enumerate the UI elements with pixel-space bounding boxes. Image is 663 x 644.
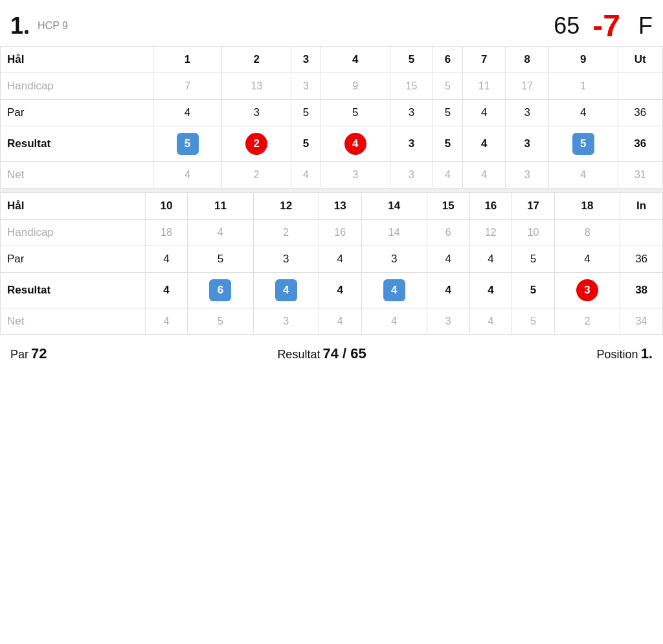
par-cell-9: 36 bbox=[620, 246, 663, 273]
par-label: Par bbox=[1, 100, 153, 126]
hole-number-7: 7 bbox=[462, 47, 505, 73]
resultat-cell-4: 4 bbox=[361, 273, 427, 308]
hole-number-4: 4 bbox=[320, 47, 390, 73]
footer-par-value: 72 bbox=[31, 345, 47, 362]
net-cell-8: 4 bbox=[548, 162, 618, 189]
net-label: Net bbox=[1, 308, 146, 335]
hole-number-18: 18 bbox=[554, 193, 620, 220]
hole-number-3: 3 bbox=[291, 47, 321, 73]
hole-number-12: 12 bbox=[253, 193, 319, 220]
par-cell-5: 5 bbox=[433, 100, 463, 126]
handicap-cell-9 bbox=[620, 220, 663, 246]
footer: Par 72 Resultat 74 / 65 Position 1. bbox=[0, 335, 663, 373]
net-cell-4: 4 bbox=[361, 308, 427, 335]
par-cell-2: 3 bbox=[253, 246, 319, 273]
par-cell-3: 5 bbox=[320, 100, 390, 126]
handicap-cell-4: 15 bbox=[390, 73, 433, 100]
handicap-cell-4: 14 bbox=[361, 220, 427, 246]
footer-par-label: Par bbox=[10, 348, 28, 362]
resultat-cell-7: 5 bbox=[512, 273, 555, 308]
hcp: HCP 9 bbox=[38, 20, 546, 32]
hole-number-15: 15 bbox=[427, 193, 469, 220]
net-cell-2: 4 bbox=[291, 162, 321, 189]
net-cell-5: 3 bbox=[427, 308, 469, 335]
resultat-cell-6: 4 bbox=[462, 126, 505, 162]
resultat-label: Resultat bbox=[1, 273, 146, 308]
resultat-label: Resultat bbox=[1, 126, 153, 162]
net-cell-1: 5 bbox=[188, 308, 253, 335]
par-cell-6: 4 bbox=[469, 246, 512, 273]
par-cell-4: 3 bbox=[361, 246, 427, 273]
footer-resultat-label: Resultat bbox=[277, 348, 320, 362]
hal-label: Hål bbox=[1, 193, 146, 220]
net-label: Net bbox=[1, 162, 153, 189]
par-cell-1: 5 bbox=[188, 246, 253, 273]
handicap-cell-2: 2 bbox=[253, 220, 319, 246]
handicap-cell-3: 16 bbox=[319, 220, 361, 246]
resultat-cell-9: 38 bbox=[620, 273, 663, 308]
net-cell-1: 2 bbox=[222, 162, 291, 189]
net-cell-6: 4 bbox=[462, 162, 505, 189]
handicap-cell-5: 6 bbox=[427, 220, 469, 246]
net-cell-0: 4 bbox=[145, 308, 188, 335]
resultat-cell-1: 6 bbox=[188, 273, 253, 308]
handicap-cell-1: 4 bbox=[188, 220, 253, 246]
status: F bbox=[638, 12, 653, 40]
par-cell-8: 4 bbox=[554, 246, 620, 273]
par-cell-4: 3 bbox=[390, 100, 433, 126]
hole-number-14: 14 bbox=[361, 193, 427, 220]
hole-number-5: 5 bbox=[390, 47, 433, 73]
front9-table: Hål123456789UtHandicap7133915511171Par43… bbox=[0, 46, 663, 189]
net-cell-9: 34 bbox=[620, 308, 663, 335]
net-cell-2: 3 bbox=[253, 308, 319, 335]
resultat-cell-9: 36 bbox=[618, 126, 662, 162]
par-cell-5: 4 bbox=[427, 246, 469, 273]
resultat-cell-8: 5 bbox=[548, 126, 618, 162]
par-cell-3: 4 bbox=[319, 246, 361, 273]
par-cell-1: 3 bbox=[222, 100, 291, 126]
net-cell-7: 5 bbox=[512, 308, 555, 335]
handicap-cell-0: 7 bbox=[153, 73, 222, 100]
resultat-cell-8: 3 bbox=[554, 273, 620, 308]
footer-resultat: Resultat 74 / 65 bbox=[277, 345, 366, 362]
resultat-cell-7: 3 bbox=[506, 126, 548, 162]
net-cell-9: 31 bbox=[618, 162, 662, 189]
hole-number-10: 10 bbox=[145, 193, 188, 220]
footer-position-label: Position bbox=[597, 348, 638, 362]
resultat-cell-0: 5 bbox=[153, 126, 222, 162]
resultat-cell-3: 4 bbox=[319, 273, 361, 308]
par-cell-7: 3 bbox=[506, 100, 548, 126]
handicap-cell-2: 3 bbox=[291, 73, 321, 100]
par-cell-6: 4 bbox=[462, 100, 505, 126]
par-cell-7: 5 bbox=[512, 246, 555, 273]
net-cell-5: 4 bbox=[433, 162, 463, 189]
net-cell-3: 4 bbox=[319, 308, 361, 335]
score: 65 bbox=[554, 12, 579, 40]
diff: -7 bbox=[592, 8, 620, 43]
handicap-cell-6: 11 bbox=[462, 73, 505, 100]
handicap-cell-7: 17 bbox=[506, 73, 548, 100]
ut-header: Ut bbox=[618, 47, 662, 73]
hole-number-9: 9 bbox=[548, 47, 618, 73]
hole-number-17: 17 bbox=[512, 193, 555, 220]
resultat-cell-5: 4 bbox=[427, 273, 469, 308]
net-cell-0: 4 bbox=[153, 162, 222, 189]
net-cell-6: 4 bbox=[469, 308, 512, 335]
net-cell-4: 3 bbox=[390, 162, 433, 189]
handicap-cell-6: 12 bbox=[469, 220, 512, 246]
handicap-cell-5: 5 bbox=[433, 73, 463, 100]
handicap-cell-3: 9 bbox=[320, 73, 390, 100]
net-cell-7: 3 bbox=[506, 162, 548, 189]
par-cell-0: 4 bbox=[145, 246, 188, 273]
hole-number-13: 13 bbox=[319, 193, 361, 220]
resultat-cell-2: 4 bbox=[253, 273, 319, 308]
footer-resultat-value: 74 / 65 bbox=[322, 345, 366, 362]
hole-number-8: 8 bbox=[506, 47, 548, 73]
handicap-cell-7: 10 bbox=[512, 220, 555, 246]
par-cell-0: 4 bbox=[153, 100, 222, 126]
resultat-cell-6: 4 bbox=[469, 273, 512, 308]
net-cell-8: 2 bbox=[554, 308, 620, 335]
rank: 1. bbox=[10, 12, 30, 40]
header: 1. HCP 9 65 -7 F bbox=[0, 0, 663, 46]
handicap-cell-1: 13 bbox=[222, 73, 291, 100]
